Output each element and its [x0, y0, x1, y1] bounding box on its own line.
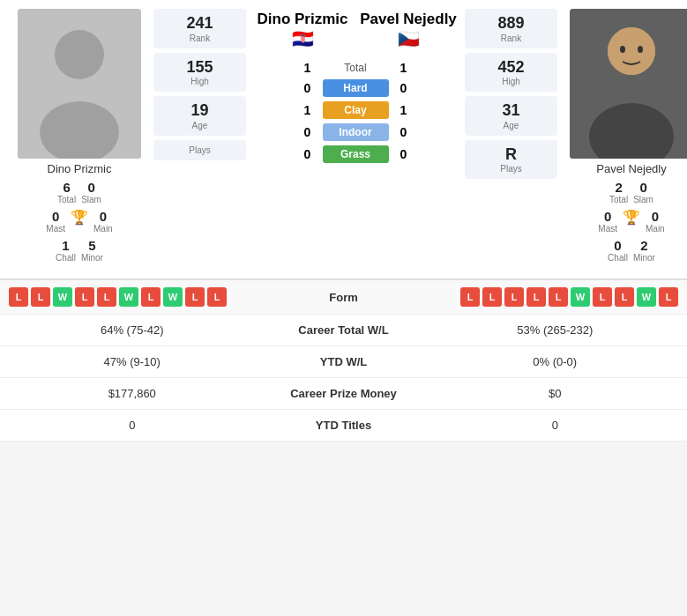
stats-right-3: 0	[432, 419, 679, 432]
left-chall-row: 1 Chall 5 Minor	[9, 238, 150, 263]
right-total-lbl: Total	[609, 195, 628, 204]
hard-row: 0 Hard 0	[250, 79, 461, 97]
surface-table: Dino Prizmic 🇭🇷 Pavel Nejedly 🇨🇿 1 Total…	[250, 35, 461, 263]
left-form-badge-l: L	[207, 287, 227, 307]
left-plays-box: Plays	[153, 140, 246, 160]
left-chall-cell: 1 Chall	[56, 238, 76, 263]
right-chall-val: 0	[608, 238, 628, 253]
left-form-badge-l: L	[97, 287, 116, 307]
right-main-lbl: Main	[646, 224, 665, 234]
right-form-badge-l: L	[659, 287, 678, 307]
right-age-box: 31 Age	[465, 96, 557, 136]
form-center-label: Form	[256, 289, 432, 305]
right-main-cell: 0 Main	[646, 209, 665, 234]
indoor-left-score: 0	[300, 125, 316, 139]
left-minor-lbl: Minor	[81, 253, 103, 263]
grass-row: 0 Grass 0	[250, 145, 461, 163]
left-total-lbl: Total	[57, 195, 76, 204]
right-player-label: Pavel Nejedly	[596, 162, 667, 175]
clay-row: 1 Clay 1	[250, 101, 461, 119]
svg-point-8	[638, 46, 643, 53]
right-age-lbl: Age	[472, 121, 550, 130]
right-form-badge-w: W	[637, 287, 656, 307]
right-slam-cell: 0 Slam	[633, 180, 653, 204]
right-high-lbl: High	[472, 77, 550, 86]
right-trophy-icon-cell: 🏆	[623, 209, 640, 234]
left-chall-val: 1	[56, 238, 76, 253]
left-chall-lbl: Chall	[56, 253, 76, 263]
right-minor-cell: 2 Minor	[633, 238, 655, 263]
left-main-lbl: Main	[93, 224, 113, 234]
right-total-cell: 2 Total	[609, 180, 628, 204]
grass-button: Grass	[323, 145, 389, 163]
right-plays-lbl: Plays	[472, 164, 550, 174]
right-form-badge-l: L	[482, 287, 502, 307]
left-age-val: 19	[161, 101, 239, 121]
names-row: Dino Prizmic 🇭🇷 Pavel Nejedly 🇨🇿	[250, 11, 461, 49]
left-player-block: Dino Prizmic 6 Total 0 Slam 0 Mast 🏆	[9, 9, 150, 263]
indoor-row: 0 Indoor 0	[250, 123, 461, 141]
left-minor-cell: 5 Minor	[81, 238, 103, 263]
left-age-box: 19 Age	[153, 96, 246, 136]
left-form-badge-l: L	[9, 287, 28, 307]
left-stats-row1: 6 Total 0 Slam	[9, 180, 150, 204]
stats-label-1: YTD W/L	[256, 355, 432, 368]
left-trophy-icon: 🏆	[71, 209, 88, 226]
stats-row-3: 0YTD Titles0	[0, 410, 687, 442]
left-high-val: 155	[161, 58, 239, 78]
left-total-val: 6	[57, 180, 76, 195]
left-rank-lbl: Rank	[161, 33, 239, 43]
stats-row-2: $177,860Career Prize Money$0	[0, 378, 687, 410]
right-mast-val: 0	[598, 209, 617, 224]
left-high-lbl: High	[161, 77, 239, 86]
right-form-badge-l: L	[615, 287, 634, 307]
stats-label-0: Career Total W/L	[256, 323, 432, 337]
right-high-val: 452	[472, 58, 550, 78]
left-main-cell: 0 Main	[93, 209, 113, 234]
left-form-badges: LLWLLWLWLL	[9, 287, 256, 307]
left-slam-lbl: Slam	[81, 195, 101, 204]
grass-right-score: 0	[396, 147, 412, 161]
total-left-score: 1	[300, 61, 316, 75]
right-minor-val: 2	[633, 238, 655, 253]
right-name-text: Pavel Nejedly	[355, 11, 461, 28]
hard-left-score: 0	[300, 81, 316, 95]
left-mast-lbl: Mast	[46, 224, 65, 234]
form-label: Form	[329, 291, 358, 304]
left-total-cell: 6 Total	[57, 180, 76, 204]
stats-left-1: 47% (9-10)	[9, 355, 256, 368]
right-total-val: 2	[609, 180, 628, 195]
right-plays-val: R	[472, 145, 550, 165]
svg-point-7	[620, 46, 625, 53]
right-player-photo	[570, 9, 687, 159]
right-chall-cell: 0 Chall	[608, 238, 628, 263]
left-name-center: Dino Prizmic 🇭🇷	[250, 11, 355, 49]
total-right-score: 1	[396, 61, 412, 75]
right-high-box: 452 High	[465, 53, 557, 93]
left-slam-cell: 0 Slam	[81, 180, 101, 204]
right-mast-lbl: Mast	[598, 224, 617, 234]
right-form-badge-l: L	[549, 287, 568, 307]
left-form-badge-w: W	[119, 287, 138, 307]
left-mast-val: 0	[46, 209, 65, 224]
left-plays-lbl: Plays	[161, 145, 239, 155]
svg-point-6	[608, 27, 655, 75]
right-trophy-icon: 🏆	[623, 209, 640, 226]
stats-label-3: YTD Titles	[256, 419, 432, 432]
right-player-block: Pavel Nejedly 2 Total 0 Slam 0 Mast 🏆	[561, 9, 687, 263]
left-name-text: Dino Prizmic	[250, 11, 355, 28]
right-form-badge-l: L	[460, 287, 480, 307]
hard-button: Hard	[323, 79, 389, 97]
right-form-badge-l: L	[526, 287, 546, 307]
right-minor-lbl: Minor	[633, 253, 655, 263]
clay-button: Clay	[323, 101, 389, 119]
left-form-badge-l: L	[31, 287, 50, 307]
stats-right-0: 53% (265-232)	[432, 323, 679, 337]
right-chall-lbl: Chall	[608, 253, 628, 263]
right-rank-lbl: Rank	[472, 33, 550, 43]
hard-right-score: 0	[396, 81, 412, 95]
stats-left-3: 0	[9, 419, 256, 432]
right-main-val: 0	[646, 209, 665, 224]
bottom-section: LLWLLWLWLL Form LLLLLWLLWL 64% (75-42)Ca…	[0, 278, 687, 442]
right-slam-lbl: Slam	[633, 195, 653, 204]
